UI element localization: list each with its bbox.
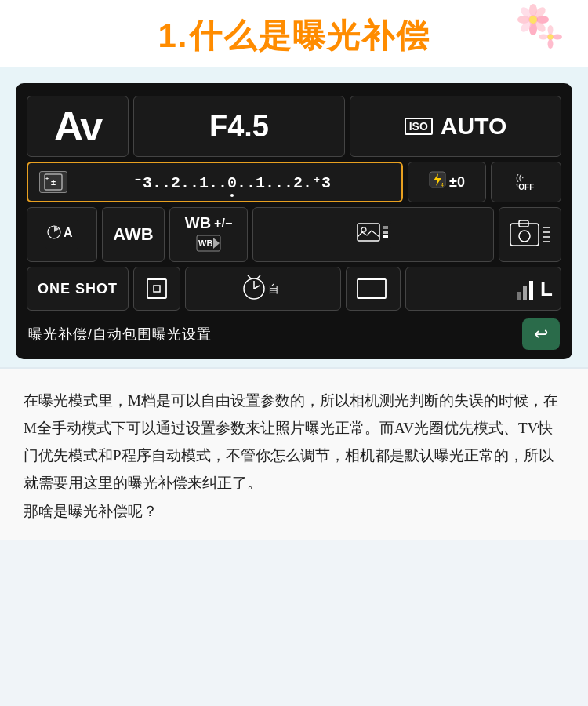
svg-rect-52 xyxy=(358,279,386,298)
exp-scale-text: ⁻3..2..1..0..1...2.⁺3 xyxy=(133,173,331,192)
exp-dot-indicator xyxy=(230,194,234,197)
svg-point-14 xyxy=(553,35,562,40)
camera-row-3: A AWB WB +/− WB xyxy=(27,207,561,262)
focus-mode-label: ONE SHOT xyxy=(38,281,118,297)
af-point-cell xyxy=(133,267,180,311)
svg-rect-44 xyxy=(147,279,166,298)
svg-text:自: 自 xyxy=(268,282,279,295)
awb-label: AWB xyxy=(113,224,153,245)
aperture-cell: F4.5 xyxy=(133,96,345,157)
svg-line-49 xyxy=(248,275,251,278)
awb-cell: AWB xyxy=(102,207,165,262)
svg-text:¹OFF: ¹OFF xyxy=(516,183,534,191)
svg-marker-30 xyxy=(213,238,220,249)
svg-point-11 xyxy=(548,25,554,35)
aperture-value: F4.5 xyxy=(209,110,269,144)
wifi-cell: ((· ¹OFF xyxy=(491,162,561,202)
ev-icon: ± + − xyxy=(39,171,67,193)
iso-value: AUTO xyxy=(441,113,506,140)
page-title: 1.什么是曝光补偿 xyxy=(0,14,588,58)
drive-mode-cell: 自 xyxy=(185,267,341,311)
svg-rect-45 xyxy=(154,286,160,292)
svg-text:+: + xyxy=(45,176,49,181)
exp-comp-cell: ± + − ⁻3..2..1..0..1...2.⁺3 xyxy=(27,162,403,202)
camera-bottom-label: 曝光补偿/自动包围曝光设置 xyxy=(28,325,212,344)
flower-decoration xyxy=(502,4,564,51)
camera-panel: Av F4.5 ISO AUTO ± + − xyxy=(16,83,572,359)
svg-text:4: 4 xyxy=(441,182,444,187)
mode-label: Av xyxy=(54,103,102,150)
svg-rect-35 xyxy=(383,231,388,234)
svg-text:−: − xyxy=(58,181,61,187)
svg-point-39 xyxy=(519,231,530,242)
wb-icon-area: WB xyxy=(196,235,221,255)
text-section: 在曝光模式里，M档是可以自由设置参数的，所以相机测光判断的失误的时候，在M全手动… xyxy=(0,367,588,540)
exp-scale: ⁻3..2..1..0..1...2.⁺3 xyxy=(74,173,390,192)
back-icon: ↩ xyxy=(534,324,548,344)
camera-settings-cell xyxy=(499,207,561,262)
body-text: 在曝光模式里，M档是可以自由设置参数的，所以相机测光判断的失误的时候，在M全手动… xyxy=(24,387,564,525)
svg-rect-25 xyxy=(45,220,78,249)
mode-cell: Av xyxy=(27,96,129,157)
flash-icon: 4 xyxy=(429,171,446,193)
svg-point-13 xyxy=(539,35,548,40)
image-size-cell: L xyxy=(405,267,561,311)
svg-rect-53 xyxy=(517,292,521,300)
title-section: 1.什么是曝光补偿 xyxy=(0,0,588,67)
iso-cell: ISO AUTO xyxy=(350,96,561,157)
aspect-ratio-cell xyxy=(346,267,401,311)
svg-rect-54 xyxy=(523,286,527,300)
camera-label-row: 曝光补偿/自动包围曝光设置 ↩ xyxy=(27,315,561,353)
flash-value: ±0 xyxy=(449,174,465,191)
camera-row-1: Av F4.5 ISO AUTO xyxy=(27,96,561,157)
back-button[interactable]: ↩ xyxy=(522,318,560,350)
wb-plusminus: +/− xyxy=(214,217,232,231)
metering-cell: A xyxy=(27,207,97,262)
wb-main: WB +/− xyxy=(185,214,232,232)
svg-point-12 xyxy=(548,39,554,49)
wifi-icon: ((· ¹OFF xyxy=(514,169,538,195)
image-quality-cell xyxy=(252,207,494,262)
svg-text:A: A xyxy=(64,226,73,239)
size-label: L xyxy=(540,277,553,301)
svg-rect-55 xyxy=(529,281,533,300)
svg-rect-34 xyxy=(383,226,388,229)
camera-row-4: ONE SHOT 自 xyxy=(27,267,561,311)
camera-section: Av F4.5 ISO AUTO ± + − xyxy=(0,67,588,367)
svg-point-9 xyxy=(529,16,537,24)
svg-point-15 xyxy=(548,35,554,40)
svg-rect-36 xyxy=(383,235,388,238)
wb-label: WB xyxy=(185,214,211,232)
camera-row-2: ± + − ⁻3..2..1..0..1...2.⁺3 4 xyxy=(27,162,561,202)
svg-text:±: ± xyxy=(51,177,56,187)
iso-label: ISO xyxy=(405,118,433,135)
svg-text:WB: WB xyxy=(198,238,212,248)
body-text-content: 在曝光模式里，M档是可以自由设置参数的，所以相机测光判断的失误的时候，在M全手动… xyxy=(24,392,558,519)
svg-rect-31 xyxy=(355,220,391,249)
wb-cell: WB +/− WB xyxy=(169,207,248,262)
focus-mode-cell: ONE SHOT xyxy=(27,267,129,311)
flash-cell: 4 ±0 xyxy=(408,162,486,202)
svg-line-48 xyxy=(254,286,260,289)
svg-line-50 xyxy=(257,275,260,278)
svg-text:((·: ((· xyxy=(516,173,524,182)
